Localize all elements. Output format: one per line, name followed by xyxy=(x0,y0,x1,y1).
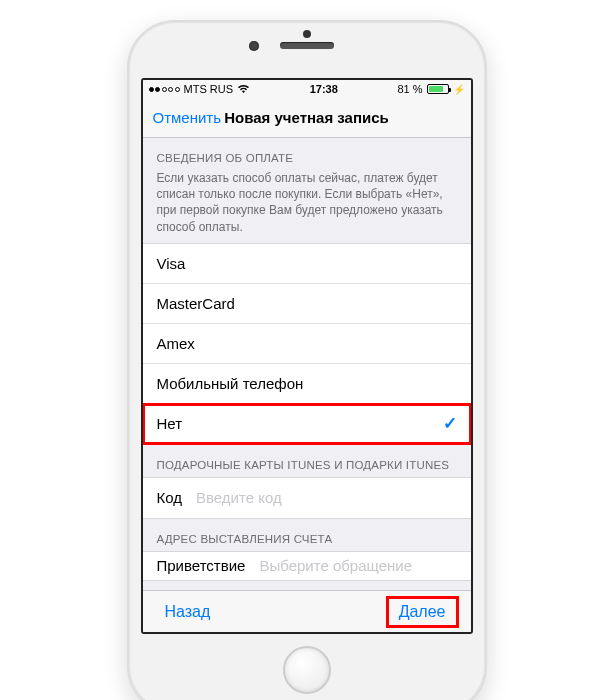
gift-section-header: ПОДАРОЧНЫЕ КАРТЫ ITUNES И ПОДАРКИ ITUNES xyxy=(143,445,471,477)
gift-code-label: Код xyxy=(157,489,183,506)
payment-option-none[interactable]: Нет ✓ xyxy=(143,404,471,444)
gift-code-row[interactable]: Код Введите код xyxy=(143,478,471,518)
battery-icon xyxy=(427,84,449,94)
hardware-top xyxy=(129,42,485,49)
payment-section-desc: Если указать способ оплаты сейчас, плате… xyxy=(143,170,471,243)
gift-code-input[interactable]: Введите код xyxy=(196,489,282,506)
salutation-row[interactable]: Приветствие Выберите обращение xyxy=(143,552,471,580)
billing-list: Приветствие Выберите обращение xyxy=(143,551,471,581)
payment-option-label: Мобильный телефон xyxy=(157,375,304,392)
gift-code-list: Код Введите код xyxy=(143,477,471,519)
billing-section-header: АДРЕС ВЫСТАВЛЕНИЯ СЧЕТА xyxy=(143,519,471,551)
charging-icon: ⚡ xyxy=(453,84,465,95)
payment-option-mastercard[interactable]: MasterCard xyxy=(143,284,471,324)
home-button[interactable] xyxy=(283,646,331,694)
payment-section-header: СВЕДЕНИЯ ОБ ОПЛАТЕ xyxy=(143,138,471,170)
salutation-picker[interactable]: Выберите обращение xyxy=(259,557,412,574)
cancel-button[interactable]: Отменить xyxy=(153,109,222,126)
content-scroll[interactable]: СВЕДЕНИЯ ОБ ОПЛАТЕ Если указать способ о… xyxy=(143,138,471,590)
checkmark-icon: ✓ xyxy=(443,413,457,434)
screen: MTS RUS 17:38 81 % ⚡ Отменить Новая учет… xyxy=(141,78,473,634)
phone-frame: MTS RUS 17:38 81 % ⚡ Отменить Новая учет… xyxy=(127,20,487,700)
salutation-label: Приветствие xyxy=(157,557,246,574)
payment-option-label: Visa xyxy=(157,255,186,272)
wifi-icon xyxy=(237,84,250,94)
carrier-label: MTS RUS xyxy=(184,83,234,95)
payment-option-label: Нет xyxy=(157,415,183,432)
payment-options-list: Visa MasterCard Amex Мобильный телефон Н… xyxy=(143,243,471,445)
payment-option-label: MasterCard xyxy=(157,295,235,312)
back-button[interactable]: Назад xyxy=(155,599,221,625)
bottom-toolbar: Назад Далее xyxy=(143,590,471,632)
payment-option-mobile[interactable]: Мобильный телефон xyxy=(143,364,471,404)
clock-label: 17:38 xyxy=(310,83,338,95)
payment-option-visa[interactable]: Visa xyxy=(143,244,471,284)
nav-bar: Отменить Новая учетная запись xyxy=(143,98,471,138)
signal-strength-icon xyxy=(149,87,180,92)
battery-pct-label: 81 % xyxy=(397,83,422,95)
status-bar: MTS RUS 17:38 81 % ⚡ xyxy=(143,80,471,98)
payment-option-amex[interactable]: Amex xyxy=(143,324,471,364)
next-button[interactable]: Далее xyxy=(386,596,459,628)
payment-option-label: Amex xyxy=(157,335,195,352)
